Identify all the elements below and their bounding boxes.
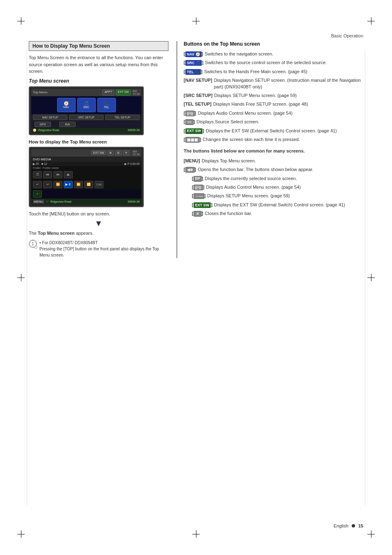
ep-icon: EP bbox=[194, 176, 202, 182]
section-heading: How to Display Top Menu Screen bbox=[32, 43, 165, 49]
close-icon: ✕ bbox=[194, 211, 202, 217]
btn-telsetup-label: [TEL SETUP] bbox=[184, 101, 212, 107]
btn-setup2-label: [→—] bbox=[192, 193, 205, 199]
screen-mockup-1: Top Menu APPT EXT SW AM15:34 🧭 NAV bbox=[29, 86, 144, 135]
btn-src-label: [SRC 🎵] bbox=[184, 60, 203, 66]
screen2-icon-a: ↩ bbox=[33, 181, 42, 188]
tip-line1: • For DDX8024BT/ DDX8054BT bbox=[39, 240, 98, 245]
screen2-icons-2: ↩ ↩ ⏪ ▶⏸ ⏩ 🔁 List bbox=[31, 180, 141, 190]
src-icon: SRC 🎵 bbox=[185, 60, 202, 66]
screen1-content: 🧭 NAV 🎵 SRC 📞 TEL bbox=[31, 96, 141, 114]
btn-nav-label: [NAV 🧭] bbox=[184, 51, 203, 57]
screen2-title: DVD MEDIA bbox=[31, 157, 141, 162]
btn-srcsel-label: [≡≡] bbox=[184, 119, 195, 125]
list-item: [EXT SW] Displays the EXT SW (External S… bbox=[192, 202, 363, 208]
page-footer: English 15 bbox=[334, 523, 363, 528]
screen1-top-buttons: APPT EXT SW AM15:34 bbox=[102, 90, 140, 95]
screen2-plus: ⊕ bbox=[107, 150, 114, 155]
screen1-title: Top Menu bbox=[33, 90, 47, 94]
screen2-icon-prev: ⏮ bbox=[43, 171, 52, 178]
btn-tel-desc: Switches to the Hands Free Main screen. … bbox=[204, 69, 307, 75]
screen1-nav-number: 99999.99 bbox=[128, 129, 140, 132]
reg-mark-bl bbox=[17, 530, 25, 538]
screen1-topbar: Top Menu APPT EXT SW AM15:34 bbox=[31, 89, 141, 96]
btn-funcbar-desc: Opens the function bar. The buttons show… bbox=[198, 166, 313, 173]
screen2-minus: ⊟ bbox=[115, 150, 122, 155]
top-menu-subtitle: Top Menu screen bbox=[29, 78, 168, 84]
screen2-topbar: EXT SW ⊕ ⊟ ✕ AM15:34 bbox=[31, 149, 141, 157]
reg-mark-tc bbox=[192, 17, 200, 25]
screen2-folder-row: Folder Folder name bbox=[31, 166, 141, 170]
howto-label: How to display the Top Menu screen bbox=[29, 139, 168, 144]
screen2-nav-number: 99999.99 bbox=[128, 200, 140, 203]
screen1-src-btn: 🎵 SRC bbox=[77, 98, 96, 112]
screen-mockup-2: EXT SW ⊕ ⊟ ✕ AM15:34 DVD MEDIA ▶ 25 ■ 12 bbox=[29, 147, 144, 207]
extsw2-icon: EXT SW bbox=[194, 202, 211, 208]
screen1-nav-bar: 🧭 Ridgeview Road 99999.99 bbox=[31, 128, 141, 133]
screen2-folder-name: Folder name bbox=[43, 166, 59, 169]
btn-audio2-label: [((•))] bbox=[192, 184, 204, 190]
btn-skin-desc: Changes the screen skin each time it is … bbox=[203, 136, 300, 143]
reg-mark-tl bbox=[17, 17, 25, 25]
screen2-icons-3: + bbox=[31, 190, 141, 199]
btn-navsetup-label: [NAV SETUP] bbox=[184, 77, 212, 83]
common-intro-text: The buttons listed below are common for … bbox=[184, 148, 305, 153]
btn-extsw2-desc: Displays the EXT SW (External Switch) Co… bbox=[214, 202, 345, 208]
screen1-gps: GPS bbox=[35, 122, 51, 127]
btn-navsetup-desc: Displays Navigation SETUP screen. (Instr… bbox=[214, 77, 363, 90]
list-item: [SRC 🎵] Switches to the source control s… bbox=[184, 60, 363, 66]
screen2-cursor: ☞ bbox=[46, 200, 49, 204]
screen1-src-setup: SRC SETUP bbox=[69, 115, 104, 120]
result-text: The Top Menu screen appears. bbox=[29, 231, 168, 236]
screen2-icon-open: ⏏ bbox=[64, 171, 73, 178]
btn-skin-label: [▦▦▦] bbox=[184, 136, 201, 143]
extsw-icon: EXT SW bbox=[185, 128, 203, 134]
screen1-gps-row: GPS INA bbox=[31, 121, 141, 128]
list-item: [EXT SW] Displays the EXT SW (External S… bbox=[184, 128, 363, 134]
arrow-down: ▼ bbox=[29, 219, 168, 228]
screen1-nav-setup: NAV SETUP bbox=[33, 115, 67, 120]
btn-extsw2-label: [EXT SW] bbox=[192, 202, 212, 208]
setup2-icon: →— bbox=[194, 193, 204, 199]
screen1-appt-btn: APPT bbox=[102, 90, 114, 95]
tip-box: • For DDX8024BT/ DDX8054BT Pressing the … bbox=[29, 240, 168, 258]
right-section-title: Buttons on the Top Menu screen bbox=[184, 41, 363, 47]
btn-menu-desc: Displays Top Menu screen. bbox=[202, 158, 256, 164]
btn-telsetup-desc: Displays Hands Free SETUP screen. (page … bbox=[213, 101, 308, 107]
svg-rect-2 bbox=[32, 243, 33, 245]
screen2-extsw: EXT SW bbox=[91, 150, 106, 155]
list-item: [SRC SETUP] Displays SETUP Menu screen. … bbox=[184, 92, 363, 99]
screen2-play-icon: ▶ 25 bbox=[33, 162, 39, 166]
screen2-top-btns: EXT SW ⊕ ⊟ ✕ AM15:34 bbox=[91, 150, 140, 156]
list-item: [TEL SETUP] Displays Hands Free SETUP sc… bbox=[184, 101, 363, 107]
btn-menu-label: [MENU] bbox=[184, 158, 200, 164]
screen1-nav-btn: 🧭 NAV bbox=[57, 98, 76, 112]
btn-close-desc: Closes the function bar. bbox=[205, 210, 252, 217]
screen1-tel-setup: TEL SETUP bbox=[105, 115, 140, 120]
list-item: [TEL 📞] Switches to the Hands Free Main … bbox=[184, 69, 363, 75]
page-header: Basic Operation bbox=[331, 33, 363, 39]
button-list: [NAV 🧭] Switches to the navigation scree… bbox=[184, 51, 363, 143]
screen1-tel-btn: 📞 TEL bbox=[97, 98, 116, 112]
list-item: [◀⊕] Opens the function bar. The buttons… bbox=[184, 166, 363, 173]
left-column: How to Display Top Menu Screen Top Menu … bbox=[29, 41, 168, 258]
btn-ep-label: [EP] bbox=[192, 176, 203, 182]
funcbar-icon: ◀⊕ bbox=[185, 167, 195, 173]
reg-mark-rc bbox=[367, 274, 375, 281]
right-margin-line bbox=[365, 49, 365, 506]
list-item: [▦▦▦] Changes the screen skin each time … bbox=[184, 136, 363, 143]
srcsel-icon: ≡≡ bbox=[185, 119, 194, 125]
screen2-icon-menu: ☰ bbox=[33, 171, 42, 178]
screen1-time: AM15:34 bbox=[132, 90, 140, 95]
page-number: 15 bbox=[358, 523, 363, 528]
audio2-icon: ((•)) bbox=[194, 185, 203, 190]
svg-point-1 bbox=[32, 242, 34, 243]
skin-icon: ▦▦▦ bbox=[185, 137, 200, 143]
screen2-icon-fwd: ⏩ bbox=[74, 181, 83, 188]
left-margin-line bbox=[27, 49, 27, 506]
btn-extsw-label: [EXT SW] bbox=[184, 128, 204, 134]
btn-srcsetup-desc: Displays SETUP Menu screen. (page 59) bbox=[214, 92, 297, 99]
screen2-icon-play: ▶⏸ bbox=[64, 181, 73, 188]
screen2-stop-icon: ■ 12 bbox=[42, 162, 47, 165]
bullet-separator bbox=[352, 524, 355, 527]
